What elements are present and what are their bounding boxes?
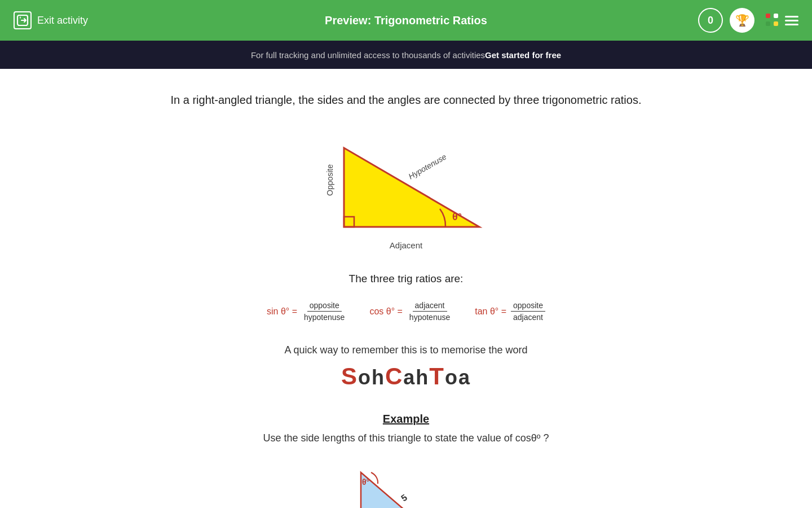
example-triangle-svg: θ° 5 3	[350, 456, 462, 508]
example-triangle-container: θ° 5 3	[164, 456, 648, 508]
title-prefix: Preview:	[325, 14, 374, 27]
memory-section: A quick way to remember this is to memor…	[164, 344, 648, 390]
adjacent-label: Adjacent	[390, 240, 422, 250]
tan-ratio: tan θ° = opposite adjacent	[475, 301, 545, 322]
cos-numerator: adjacent	[413, 301, 447, 312]
exit-activity-button[interactable]: Exit activity	[14, 11, 88, 29]
cos-label: cos θ° =	[369, 306, 402, 317]
sin-numerator: opposite	[307, 301, 342, 312]
exit-icon	[14, 11, 32, 29]
sin-ratio: sin θ° = opposite hypotenuse	[267, 301, 347, 322]
sin-label: sin θ° =	[267, 306, 297, 317]
svg-text:θ°: θ°	[452, 211, 462, 222]
apps-icon[interactable]	[766, 14, 779, 27]
sin-denominator: hypotenuse	[302, 312, 347, 322]
cos-denominator: hypotenuse	[407, 312, 452, 322]
cos-fraction: adjacent hypotenuse	[407, 301, 452, 322]
triangle-diagram: θ° Hypotenuse Opposite Adjacent	[164, 125, 648, 250]
score-badge: 0	[698, 8, 723, 33]
svg-marker-6	[361, 472, 440, 508]
banner-text: For full tracking and unlimited access t…	[251, 50, 485, 60]
right-triangle-svg: θ° Hypotenuse Opposite	[321, 125, 491, 238]
banner-cta[interactable]: Get started for free	[485, 50, 561, 60]
ratios-row: sin θ° = opposite hypotenuse cos θ° = ad…	[164, 301, 648, 322]
header-right: 0 🏆	[698, 8, 798, 33]
tan-denominator: adjacent	[511, 312, 545, 322]
svg-text:Hypotenuse: Hypotenuse	[407, 152, 448, 181]
example-section: Example Use the side lengths of this tri…	[164, 413, 648, 508]
title-main: Trigonometric Ratios	[374, 14, 487, 27]
example-question: Use the side lengths of this triangle to…	[164, 432, 648, 444]
exit-label: Exit activity	[37, 15, 88, 27]
tan-fraction: opposite adjacent	[511, 301, 545, 322]
example-heading: Example	[164, 413, 648, 426]
svg-text:Opposite: Opposite	[325, 164, 334, 196]
main-content: In a right-angled triangle, the sides an…	[152, 69, 660, 508]
intro-text: In a right-angled triangle, the sides an…	[164, 91, 648, 108]
trig-ratios-title: The three trig ratios are:	[164, 273, 648, 285]
header-title: Preview: Trigonometric Ratios	[325, 14, 487, 27]
sohcahtoa-word: SohCahToa	[164, 363, 648, 390]
svg-text:θ°: θ°	[362, 478, 369, 487]
cos-ratio: cos θ° = adjacent hypotenuse	[369, 301, 452, 322]
svg-text:5: 5	[399, 492, 409, 503]
trophy-icon[interactable]: 🏆	[730, 8, 754, 33]
hamburger-menu-icon[interactable]	[785, 16, 798, 25]
tan-numerator: opposite	[511, 301, 545, 312]
memory-text: A quick way to remember this is to memor…	[164, 344, 648, 356]
promo-banner: For full tracking and unlimited access t…	[0, 41, 812, 69]
tan-label: tan θ° =	[475, 306, 506, 317]
header: Exit activity Preview: Trigonometric Rat…	[0, 0, 812, 41]
sin-fraction: opposite hypotenuse	[302, 301, 347, 322]
